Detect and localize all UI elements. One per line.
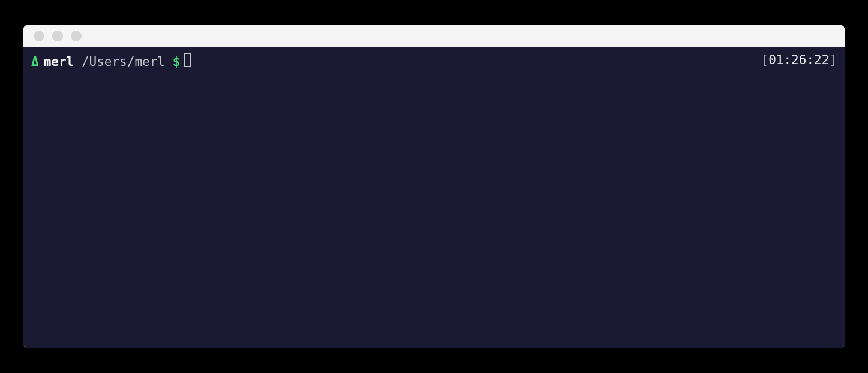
cursor	[184, 53, 191, 67]
delta-icon: Δ	[31, 53, 39, 71]
close-window-button[interactable]	[34, 31, 44, 41]
terminal-body[interactable]: Δ merl /Users/merl $ [01:26:22]	[23, 47, 845, 348]
prompt-hostname: merl	[44, 53, 74, 71]
prompt-symbol: $	[173, 53, 181, 71]
terminal-window: Δ merl /Users/merl $ [01:26:22]	[23, 25, 845, 348]
prompt-line: Δ merl /Users/merl $	[31, 52, 191, 71]
clock: [01:26:22]	[761, 52, 837, 69]
minimize-window-button[interactable]	[52, 31, 63, 41]
prompt-path: /Users/merl	[82, 53, 165, 71]
clock-open-bracket: [	[761, 53, 769, 67]
window-title-bar	[23, 25, 845, 47]
clock-close-bracket: ]	[829, 53, 837, 67]
clock-time: 01:26:22	[768, 53, 829, 67]
maximize-window-button[interactable]	[71, 31, 82, 41]
